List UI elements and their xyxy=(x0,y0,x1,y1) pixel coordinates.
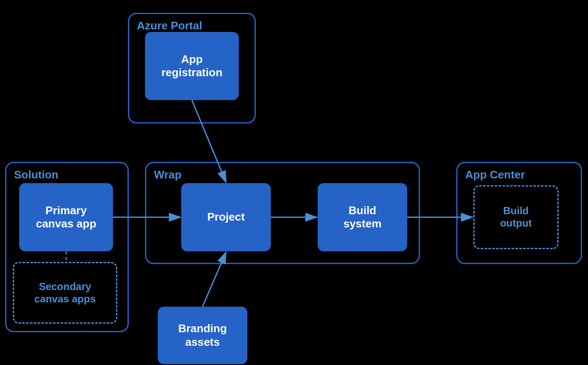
project-label: Project xyxy=(207,210,245,224)
project-box: Project xyxy=(181,183,271,251)
build-output-box: Buildoutput xyxy=(473,185,559,249)
secondary-canvas-apps-box: Secondarycanvas apps xyxy=(13,262,117,324)
app-center-label: App Center xyxy=(465,168,525,181)
branding-assets-box: Brandingassets xyxy=(158,307,247,364)
app-registration-box: Appregistration xyxy=(145,32,239,100)
branding-assets-label: Brandingassets xyxy=(178,322,227,348)
build-output-label: Buildoutput xyxy=(500,205,532,230)
diagram-container: Azure Portal Solution Wrap App Center Ap… xyxy=(0,0,588,365)
solution-label: Solution xyxy=(14,168,58,181)
build-system-box: Buildsystem xyxy=(318,183,407,251)
azure-portal-label: Azure Portal xyxy=(137,19,202,32)
primary-canvas-app-label: Primarycanvas app xyxy=(36,204,96,230)
app-registration-label: Appregistration xyxy=(161,53,222,79)
secondary-canvas-apps-label: Secondarycanvas apps xyxy=(34,281,96,305)
primary-canvas-app-box: Primarycanvas app xyxy=(19,183,113,251)
build-system-label: Buildsystem xyxy=(343,204,382,230)
wrap-label: Wrap xyxy=(154,168,182,181)
